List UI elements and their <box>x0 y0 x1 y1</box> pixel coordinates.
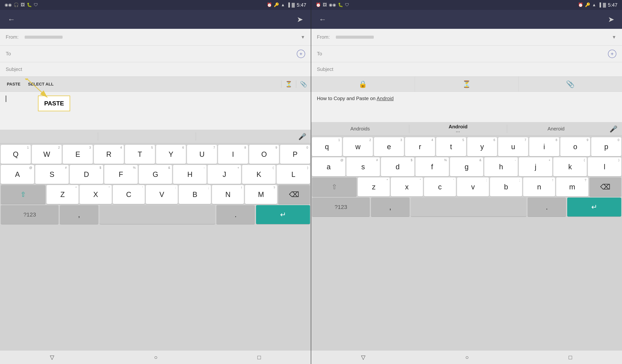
key-e-r[interactable]: 3e <box>374 137 404 156</box>
key-j[interactable]: +J <box>208 165 241 184</box>
space-key-right[interactable] <box>411 197 526 216</box>
home-nav-right[interactable]: ○ <box>458 352 476 363</box>
email-body-left[interactable]: PASTE <box>0 92 311 130</box>
suggestion-aneroid[interactable]: Aneroid <box>507 126 605 132</box>
key-z-r[interactable]: *z <box>358 177 390 196</box>
key-j-r[interactable]: +j <box>519 157 552 176</box>
keyboard-right[interactable]: 1q 2w 3e 4r 5t 6y 7u 8i 9o 0p @a #s $d %… <box>311 136 622 350</box>
to-row-right[interactable]: To + <box>311 45 622 62</box>
suggestion-android[interactable]: Android ··· <box>409 124 507 134</box>
keyboard-left[interactable]: 1Q 2W 3E 4R 5T 6Y 7U 8I 9O 0P @A #S $D %… <box>0 143 311 350</box>
send-button-left[interactable]: ➤ <box>297 15 303 24</box>
key-y-r[interactable]: 6y <box>467 137 497 156</box>
delete-key-right[interactable]: ⌫ <box>589 177 621 196</box>
attach-section[interactable]: 📎 <box>519 77 622 92</box>
enter-key-right[interactable]: ↵ <box>567 197 621 216</box>
attach-icon-left[interactable]: 📎 <box>296 79 311 89</box>
key-x[interactable]: "X <box>80 185 112 204</box>
key-m-r[interactable]: ?m <box>556 177 588 196</box>
key-v[interactable]: :V <box>146 185 178 204</box>
key-q[interactable]: 1Q <box>1 145 31 164</box>
add-recipient-button-left[interactable]: + <box>297 50 305 58</box>
key-m[interactable]: ?M <box>245 185 277 204</box>
key-g[interactable]: &G <box>139 165 172 184</box>
back-nav-right[interactable]: ▽ <box>353 352 373 363</box>
send-button-right[interactable]: ➤ <box>608 15 614 24</box>
key-d[interactable]: $D <box>70 165 103 184</box>
key-h[interactable]: -H <box>173 165 207 184</box>
add-recipient-button-right[interactable]: + <box>608 50 616 58</box>
mic-icon-left[interactable]: 🎤 <box>294 133 311 140</box>
key-t-r[interactable]: 5t <box>436 137 466 156</box>
key-h-r[interactable]: -h <box>484 157 518 176</box>
timer-icon-left[interactable]: ⏳ <box>281 79 296 89</box>
key-a[interactable]: @A <box>1 165 34 184</box>
key-f[interactable]: %F <box>104 165 138 184</box>
key-b[interactable]: ;B <box>179 185 211 204</box>
key-v-r[interactable]: :v <box>457 177 489 196</box>
to-row-left[interactable]: To + <box>0 45 311 62</box>
timer-icon-right[interactable]: ⏳ <box>462 80 471 88</box>
attach-icon-right[interactable]: 📎 <box>566 80 575 88</box>
comma-key-left[interactable]: , <box>60 205 98 224</box>
space-key-left[interactable] <box>99 205 215 224</box>
key-n[interactable]: !N <box>212 185 244 204</box>
key-c[interactable]: 'C <box>113 185 145 204</box>
key-u-r[interactable]: 7u <box>498 137 528 156</box>
back-button-left[interactable]: ← <box>8 15 15 24</box>
key-p-r[interactable]: 0p <box>591 137 621 156</box>
key-k[interactable]: (K <box>242 165 275 184</box>
key-t[interactable]: 5T <box>125 145 155 164</box>
key-r[interactable]: 4R <box>94 145 124 164</box>
android-link[interactable]: Android <box>377 96 394 101</box>
key-c-r[interactable]: 'c <box>424 177 456 196</box>
delete-key-left[interactable]: ⌫ <box>278 185 310 204</box>
key-q-r[interactable]: 1q <box>312 137 342 156</box>
enter-key-left[interactable]: ↵ <box>256 205 310 224</box>
key-s-r[interactable]: #s <box>347 157 380 176</box>
key-w-r[interactable]: 2w <box>343 137 373 156</box>
key-a-r[interactable]: @a <box>312 157 345 176</box>
key-f-r[interactable]: %f <box>415 157 449 176</box>
suggestion-androids[interactable]: Androids <box>311 126 409 132</box>
key-l-r[interactable]: )l <box>588 157 621 176</box>
key-b-r[interactable]: ;b <box>490 177 522 196</box>
key-s[interactable]: #S <box>35 165 69 184</box>
key-d-r[interactable]: $d <box>381 157 414 176</box>
key-r-r[interactable]: 4r <box>405 137 435 156</box>
lock-icon-right[interactable]: 🔒 <box>359 80 367 88</box>
key-u[interactable]: 7U <box>187 145 217 164</box>
key-x-r[interactable]: "x <box>391 177 423 196</box>
key-k-r[interactable]: (k <box>553 157 587 176</box>
recents-nav-right[interactable]: □ <box>561 352 580 363</box>
timer-section[interactable]: ⏳ <box>415 77 519 92</box>
key-g-r[interactable]: &g <box>450 157 483 176</box>
recents-nav-left[interactable]: □ <box>250 352 269 363</box>
key-l[interactable]: )L <box>277 165 310 184</box>
key-z[interactable]: *Z <box>47 185 78 204</box>
paste-button-left[interactable]: PASTE <box>3 80 24 89</box>
period-key-left[interactable]: . <box>216 205 255 224</box>
email-body-right[interactable]: How to Copy and Paste on Android <box>311 92 622 122</box>
paste-popup-left[interactable]: PASTE <box>38 96 70 111</box>
select-all-button-left[interactable]: SELECT ALL <box>24 80 58 89</box>
key-w[interactable]: 2W <box>32 145 62 164</box>
subject-row-right[interactable]: Subject <box>311 62 622 77</box>
shift-key-left[interactable]: ⇧ <box>1 185 45 204</box>
back-nav-left[interactable]: ▽ <box>42 352 62 363</box>
key-n-r[interactable]: !n <box>523 177 555 196</box>
from-dropdown-icon-right[interactable]: ▼ <box>612 35 616 40</box>
key-o-r[interactable]: 9o <box>560 137 590 156</box>
from-dropdown-icon[interactable]: ▼ <box>301 35 305 40</box>
mic-icon-right[interactable]: 🎤 <box>605 125 622 133</box>
key-e[interactable]: 3E <box>63 145 93 164</box>
paste-popup-label[interactable]: PASTE <box>44 100 64 107</box>
lock-section[interactable]: 🔒 <box>311 77 415 92</box>
shift-key-right[interactable]: ⇧ <box>312 177 357 196</box>
key-p[interactable]: 0P <box>280 145 310 164</box>
subject-row-left[interactable]: Subject <box>0 62 311 77</box>
num-key-right[interactable]: ?123 <box>312 197 370 216</box>
comma-key-right[interactable]: , <box>371 197 409 216</box>
num-key-left[interactable]: ?123 <box>1 205 58 224</box>
key-i-r[interactable]: 8i <box>529 137 559 156</box>
